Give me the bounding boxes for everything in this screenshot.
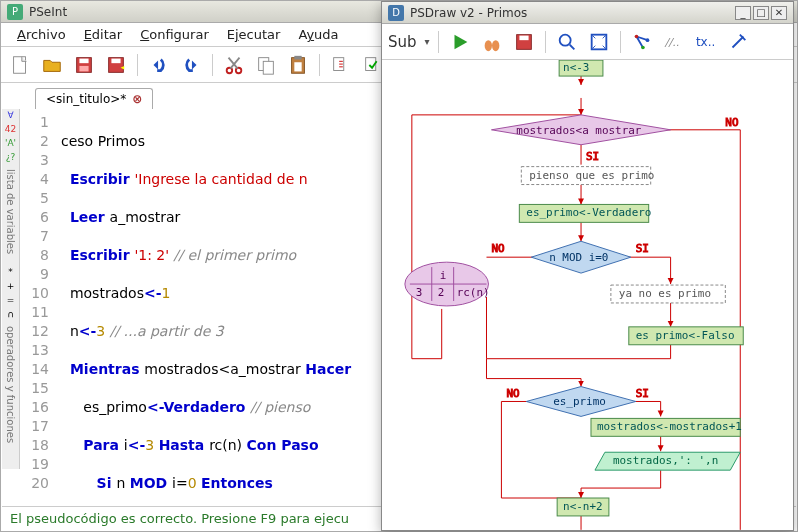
new-button[interactable] <box>7 52 33 78</box>
zoom-button[interactable] <box>554 29 580 55</box>
sidebar-vars[interactable]: lista de variables <box>5 169 16 254</box>
text-button[interactable]: tx.. <box>693 29 719 55</box>
svg-text:3: 3 <box>416 286 423 299</box>
redo-button[interactable] <box>178 52 204 78</box>
svg-text:n<-3: n<-3 <box>563 61 589 74</box>
shapes-button[interactable] <box>629 29 655 55</box>
svg-text:n<-n+2: n<-n+2 <box>563 500 603 513</box>
menu-archivo[interactable]: Archivo <box>9 24 74 45</box>
menu-ayuda[interactable]: Ayuda <box>290 24 346 45</box>
svg-rect-3 <box>79 65 88 71</box>
status-text: El pseudocódigo es correcto. Presione F9… <box>10 511 349 526</box>
svg-text:ya no es primo: ya no es primo <box>619 287 711 300</box>
svg-text:SI: SI <box>586 150 599 163</box>
svg-text:rc(n): rc(n) <box>457 286 490 299</box>
svg-text:mostrados,': ',n: mostrados,': ',n <box>613 454 718 467</box>
svg-rect-5 <box>111 58 120 63</box>
tab-strip: <sin_titulo>* ⊗ <box>21 85 153 109</box>
tool-button[interactable] <box>725 29 751 55</box>
sub-label[interactable]: Sub <box>388 33 417 51</box>
comment-button[interactable]: //.. <box>661 29 687 55</box>
svg-text:es primo<-Falso: es primo<-Falso <box>636 329 735 342</box>
menu-ejecutar[interactable]: Ejecutar <box>219 24 289 45</box>
svg-text:es_primo<-Verdadero: es_primo<-Verdadero <box>526 206 651 219</box>
app-icon: P <box>7 4 23 20</box>
psdraw-icon: D <box>388 5 404 21</box>
svg-text:i: i <box>440 269 447 282</box>
svg-text:es_primo: es_primo <box>553 395 606 408</box>
svg-text:SI: SI <box>636 242 649 255</box>
code-content[interactable]: ceso Primos Escribir 'Ingrese la cantida… <box>61 113 351 501</box>
close-button[interactable]: ✕ <box>771 6 787 20</box>
main-title: PSeInt <box>29 5 67 19</box>
psdraw-toolbar: Sub▾ //.. tx.. <box>382 24 793 60</box>
cut-button[interactable] <box>221 52 247 78</box>
line-gutter: 1234567891011121314151617181920 <box>21 109 55 501</box>
step-button[interactable] <box>479 29 505 55</box>
svg-point-23 <box>645 38 649 42</box>
svg-point-21 <box>634 34 638 38</box>
svg-text:mostrados<-mostrados+1: mostrados<-mostrados+1 <box>597 420 742 433</box>
save-button[interactable] <box>71 52 97 78</box>
svg-text:pienso que es primo: pienso que es primo <box>529 169 654 182</box>
psdraw-window[interactable]: D PSDraw v2 - Primos _ □ ✕ Sub▾ //.. tx.… <box>381 1 794 531</box>
fit-button[interactable] <box>586 29 612 55</box>
svg-point-16 <box>492 40 499 51</box>
left-sidebar: ∀ 42 'A' ¿? lista de variables * + = ∩ o… <box>2 109 20 469</box>
svg-text:NO: NO <box>491 242 504 255</box>
menu-configurar[interactable]: Configurar <box>132 24 217 45</box>
svg-point-19 <box>559 34 570 45</box>
svg-rect-9 <box>263 61 273 74</box>
play-button[interactable] <box>447 29 473 55</box>
svg-point-22 <box>641 45 645 49</box>
tab-close-icon[interactable]: ⊗ <box>132 92 142 106</box>
maximize-button[interactable]: □ <box>753 6 769 20</box>
svg-text://..: //.. <box>663 35 678 48</box>
flowchart-canvas[interactable]: NO SI NO SI NO SI <box>382 60 793 530</box>
tab-label: <sin_titulo>* <box>46 92 126 106</box>
svg-text:2: 2 <box>438 286 445 299</box>
svg-rect-18 <box>519 35 528 40</box>
svg-rect-11 <box>294 55 301 59</box>
svg-text:NO: NO <box>725 116 738 129</box>
svg-text:mostrados<a mostrar: mostrados<a mostrar <box>516 124 642 137</box>
svg-text:SI: SI <box>636 387 649 400</box>
saveas-button[interactable] <box>103 52 129 78</box>
save-diagram-button[interactable] <box>511 29 537 55</box>
sidebar-ops[interactable]: operadores y funciones <box>5 326 16 443</box>
svg-rect-12 <box>294 62 301 71</box>
run-button[interactable] <box>328 52 354 78</box>
undo-button[interactable] <box>146 52 172 78</box>
open-button[interactable] <box>39 52 65 78</box>
copy-button[interactable] <box>253 52 279 78</box>
paste-button[interactable] <box>285 52 311 78</box>
svg-text:NO: NO <box>506 387 519 400</box>
psdraw-titlebar[interactable]: D PSDraw v2 - Primos _ □ ✕ <box>382 2 793 24</box>
minimize-button[interactable]: _ <box>735 6 751 20</box>
psdraw-title: PSDraw v2 - Primos <box>410 6 527 20</box>
svg-point-15 <box>484 40 491 51</box>
tab-sin-titulo[interactable]: <sin_titulo>* ⊗ <box>35 88 153 109</box>
svg-rect-2 <box>79 58 88 63</box>
menu-editar[interactable]: Editar <box>76 24 131 45</box>
svg-text:n MOD i=0: n MOD i=0 <box>549 251 608 264</box>
